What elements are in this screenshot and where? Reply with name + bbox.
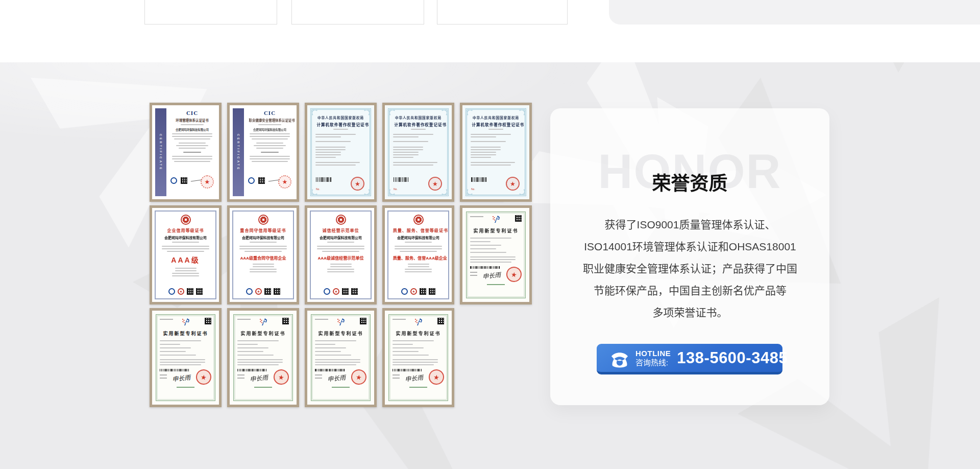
issuing-authority: 中华人民共和国国家版权局 <box>472 115 520 120</box>
certificate-software-copyright[interactable]: 中华人民共和国国家版权局 计算机软件著作权登记证书 No. ★ <box>460 103 532 202</box>
description-line: 获得了ISO9001质量管理体系认证、 <box>562 214 818 236</box>
certificate-title: 实用新型专利证书 <box>237 330 289 337</box>
qr-code-icon <box>181 177 187 184</box>
qr-code-icon <box>258 177 265 184</box>
accreditation-logo-icon <box>401 288 408 295</box>
accreditation-logo-icon <box>324 288 330 295</box>
award-grade: AAA级重合同守信用企业 <box>238 254 289 260</box>
cic-logo: CIC <box>169 110 215 116</box>
hotline-labels: HOTLINE 咨询热线: <box>635 349 671 367</box>
top-right-panel-fragment <box>609 0 980 25</box>
commissioner-signature: 申长雨 <box>327 372 346 383</box>
certificate-utility-patent[interactable]: 实用新型专利证书 申长雨 ★ <box>150 308 222 407</box>
qr-code-icon <box>274 288 280 295</box>
certificate-credit-rating[interactable]: 重合同守信用等级证书 合肥珂玛环保科技有限公司 AAA级重合同守信用企业 ★ <box>227 205 299 304</box>
certificate-number-line <box>315 319 328 320</box>
cnipa-logo-icon <box>413 318 424 326</box>
cnipa-logo-icon <box>336 318 346 326</box>
hotline-label-en: HOTLINE <box>635 349 671 358</box>
description-line: 多项荣誉证书。 <box>562 301 818 323</box>
certificate-title: 职业健康安全管理体系认证证书 <box>249 118 291 122</box>
qr-code-icon <box>437 318 444 324</box>
red-star-seal-icon: ★ <box>428 177 442 191</box>
barcode-icon <box>160 369 190 371</box>
red-medallion-icon <box>336 215 346 225</box>
cic-logo: CIC <box>247 110 292 116</box>
certificate-title: 实用新型专利证书 <box>160 330 211 337</box>
signature-labels <box>315 374 322 376</box>
signature-labels <box>393 374 400 376</box>
certificate-cic[interactable]: CERTIFICATE CIC 职业健康安全管理体系认证证书 合肥珂玛环保科技有… <box>227 103 299 202</box>
certificate-title: 质量、服务、信誉等级证书 <box>393 227 444 232</box>
certificate-credit-rating[interactable]: 质量、服务、信誉等级证书 合肥珂玛环保科技有限公司 质量、服务、信誉AAA级企业… <box>382 205 454 304</box>
honor-panel: HONOR 荣誉资质 获得了ISO9001质量管理体系认证、 ISO14001环… <box>550 108 829 405</box>
cic-mark-icon <box>170 177 177 184</box>
certificate-title: 环境管理体系认证证书 <box>172 118 213 122</box>
certificate-number: No. <box>471 187 475 191</box>
certificate-title: 计算机软件著作权登记证书 <box>472 122 520 127</box>
red-star-stamp-icon: ★ <box>410 288 417 295</box>
qr-code-icon <box>196 288 203 295</box>
footer-line <box>409 387 427 388</box>
certificate-utility-patent[interactable]: 实用新型专利证书 申长雨 ★ <box>227 308 299 407</box>
barcode-icon <box>237 369 267 371</box>
award-grade: 质量、服务、信誉AAA级企业 <box>393 254 444 260</box>
project-photo-card-2[interactable] <box>291 0 424 25</box>
accreditation-logo-icon <box>246 288 253 295</box>
footer-line <box>332 387 349 388</box>
qr-code-icon <box>187 288 193 295</box>
phone-icon <box>609 349 630 368</box>
issuing-authority: 中华人民共和国国家版权局 <box>316 115 364 120</box>
certificate-title: 实用新型专利证书 <box>393 330 444 337</box>
footer-line <box>487 284 504 285</box>
award-grade: AAA级 <box>159 254 212 265</box>
barcode-icon <box>316 177 331 182</box>
certificate-number-line <box>160 319 173 320</box>
certificate-title: 诚信经营示范单位 <box>315 227 366 232</box>
certificate-side-band: CERTIFICATE <box>233 108 244 196</box>
cnipa-logo-icon <box>181 318 191 326</box>
red-star-seal-icon: ★ <box>351 177 364 191</box>
project-photo-card-3[interactable] <box>437 0 568 25</box>
certificate-number: No. <box>316 187 320 191</box>
certificates-grid: CERTIFICATE CIC 环境管理体系认证证书 合肥珂玛环保科技有限公司 … <box>150 103 532 407</box>
qr-code-icon <box>420 288 426 295</box>
qr-code-icon <box>205 318 211 324</box>
signature-labels <box>237 374 244 376</box>
certificate-credit-rating[interactable]: 诚信经营示范单位 合肥珂玛环保科技有限公司 AAA级诚信经营示范单位 ★ <box>305 205 377 304</box>
hotline-number: 138-5600-3485 <box>677 349 788 367</box>
certificate-cic[interactable]: CERTIFICATE CIC 环境管理体系认证证书 合肥珂玛环保科技有限公司 … <box>150 103 222 202</box>
barcode-icon <box>471 177 486 182</box>
qr-code-icon <box>282 318 289 324</box>
hotline-button[interactable]: HOTLINE 咨询热线: 138-5600-3485 <box>597 344 782 374</box>
cnipa-logo-icon <box>491 215 501 223</box>
commissioner-signature: 申长雨 <box>482 270 501 280</box>
cnipa-logo-icon <box>258 318 268 326</box>
certificate-number: No. <box>394 187 398 191</box>
certificate-title: 重合同守信用等级证书 <box>238 227 289 232</box>
certificate-utility-patent[interactable]: 实用新型专利证书 申长雨 ★ <box>305 308 377 407</box>
certificate-utility-patent[interactable]: 实用新型专利证书 申长雨 ★ <box>460 205 532 304</box>
company-name: 合肥珂玛环保科技有限公司 <box>249 127 290 131</box>
certificate-software-copyright[interactable]: 中华人民共和国国家版权局 计算机软件著作权登记证书 No. ★ <box>382 103 454 202</box>
barcode-icon <box>315 369 345 371</box>
signature-labels <box>160 374 167 376</box>
description-line: ISO14001环境管理体系认证和OHSAS18001 <box>562 236 818 257</box>
red-star-stamp-icon: ★ <box>255 288 262 295</box>
section-description: 获得了ISO9001质量管理体系认证、 ISO14001环境管理体系认证和OHS… <box>562 214 818 323</box>
certificate-number-line <box>393 319 406 320</box>
barcode-icon <box>393 369 423 371</box>
certificate-software-copyright[interactable]: 中华人民共和国国家版权局 计算机软件著作权登记证书 No. ★ <box>305 103 377 202</box>
company-name: 合肥珂玛环保科技有限公司 <box>394 235 443 240</box>
red-round-seal-icon: ★ <box>195 368 212 386</box>
project-photo-card-1[interactable] <box>144 0 277 25</box>
certificate-title: 企业信用等级证书 <box>160 227 211 232</box>
accreditation-logo-icon <box>168 288 175 295</box>
certificate-utility-patent[interactable]: 实用新型专利证书 申长雨 ★ <box>382 308 454 407</box>
barcode-icon <box>470 266 500 269</box>
honor-section: CERTIFICATE CIC 环境管理体系认证证书 合肥珂玛环保科技有限公司 … <box>0 62 980 469</box>
footer-line <box>254 387 272 388</box>
certificate-side-band: CERTIFICATE <box>155 108 166 196</box>
certificate-credit-rating[interactable]: 企业信用等级证书 合肥珂玛环保科技有限公司 AAA级 ★ <box>150 205 222 304</box>
hotline-label-zh: 咨询热线: <box>635 358 671 367</box>
